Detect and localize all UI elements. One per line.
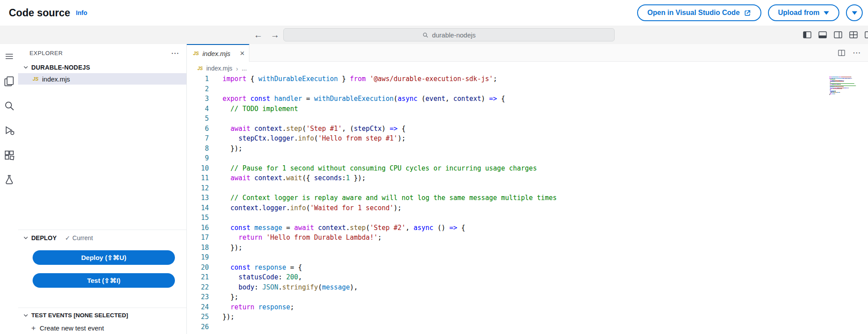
code-text: await context.step('Step #1', (stepCtx) … — [209, 125, 405, 135]
tab-label: index.mjs — [202, 50, 230, 57]
code-line[interactable]: 22 body: JSON.stringify(message), — [187, 283, 868, 293]
search-icon — [4, 100, 15, 111]
layout-toggle-group — [802, 26, 868, 44]
line-number: 23 — [187, 293, 209, 303]
upload-from-button[interactable]: Upload from — [768, 4, 839, 21]
create-test-event-button[interactable]: + Create new test event — [18, 324, 186, 332]
code-line[interactable]: 26 — [187, 323, 868, 333]
search-activity-button[interactable] — [3, 100, 15, 112]
line-number: 10 — [187, 164, 209, 174]
run-debug-activity-button[interactable] — [3, 124, 15, 137]
code-line[interactable]: 3export const handler = withDurableExecu… — [187, 95, 868, 105]
code-line[interactable]: 1import { withDurableExecution } from '@… — [187, 75, 868, 85]
code-text: return 'Hello from Durable Lambda!'; — [209, 234, 382, 244]
code-text: // Pause for 1 second without consuming … — [209, 164, 537, 174]
nav-arrows: ← → — [254, 26, 279, 44]
line-number: 24 — [187, 303, 209, 313]
code-text: // TODO implement — [209, 105, 298, 115]
more-header-actions-button[interactable] — [846, 4, 863, 21]
chevron-down-icon — [23, 66, 28, 69]
clipped-toolbar-icon[interactable] — [864, 30, 868, 40]
explorer-activity-button[interactable] — [3, 75, 15, 87]
line-number: 16 — [187, 224, 209, 234]
check-icon: ✓ — [65, 234, 70, 241]
code-line[interactable]: 20 const response = { — [187, 263, 868, 274]
tab-index-mjs[interactable]: JS index.mjs × — [187, 44, 249, 62]
code-line[interactable]: 4 // TODO implement — [187, 105, 868, 115]
deploy-section-header[interactable]: DEPLOY ✓ Current — [18, 230, 186, 241]
code-line[interactable]: 14 context.logger.info('Waited for 1 sec… — [187, 204, 868, 214]
code-editor: 1import { withDurableExecution } from '@… — [187, 75, 868, 334]
deploy-section: DEPLOY ✓ Current Deploy (⇧⌘U) Test (⇧⌘I) — [18, 230, 186, 288]
code-text: const message = await context.step('Step… — [209, 224, 465, 234]
lambda-test-icon — [4, 174, 15, 186]
extensions-activity-button[interactable] — [3, 149, 15, 161]
code-line[interactable]: 2 — [187, 85, 868, 95]
code-text: }); — [209, 244, 242, 254]
code-text: statusCode: 200, — [209, 273, 302, 283]
file-item-index-mjs[interactable]: JS index.mjs — [18, 73, 186, 85]
code-line[interactable]: 10 // Pause for 1 second without consumi… — [187, 164, 868, 174]
open-in-vscode-label: Open in Visual Studio Code — [647, 9, 740, 17]
editor-more-actions[interactable]: ⋯ — [853, 48, 861, 57]
code-lines: 1import { withDurableExecution } from '@… — [187, 75, 868, 333]
code-line[interactable]: 9 — [187, 154, 868, 164]
minimap[interactable] — [829, 77, 857, 96]
code-text — [209, 115, 223, 125]
customize-layout-icon[interactable] — [848, 30, 859, 40]
code-line[interactable]: 12 — [187, 184, 868, 194]
toggle-primary-sidebar-icon[interactable] — [802, 30, 812, 40]
forward-button[interactable]: → — [271, 30, 279, 40]
deploy-button[interactable]: Deploy (⇧⌘U) — [33, 250, 175, 265]
project-root-folder[interactable]: DURABLE-NODEJS — [18, 62, 186, 73]
code-line[interactable]: 25}); — [187, 313, 868, 323]
deploy-section-title: DEPLOY — [31, 234, 57, 241]
code-text — [209, 85, 223, 95]
toggle-panel-icon[interactable] — [817, 30, 828, 40]
code-text: return response; — [209, 303, 294, 313]
code-text — [209, 253, 223, 263]
back-button[interactable]: ← — [254, 30, 263, 40]
code-text: stepCtx.logger.info('Hello from step #1'… — [209, 134, 405, 145]
explorer-more-actions[interactable]: ⋯ — [171, 49, 179, 57]
code-text: }); — [209, 145, 242, 155]
code-line[interactable]: 16 const message = await context.step('S… — [187, 224, 868, 234]
code-line[interactable]: 6 await context.step('Step #1', (stepCtx… — [187, 125, 868, 135]
breadcrumb-file[interactable]: index.mjs — [206, 65, 232, 72]
explorer-panel: EXPLORER ⋯ DURABLE-NODEJS JS index.mjs D… — [18, 44, 187, 334]
split-editor-icon[interactable] — [837, 48, 846, 57]
code-line[interactable]: 13 // Context logger is replay aware and… — [187, 194, 868, 204]
code-line[interactable]: 8 }); — [187, 145, 868, 155]
breadcrumb-symbol[interactable]: ... — [241, 65, 247, 72]
code-line[interactable]: 18 }); — [187, 244, 868, 254]
info-link[interactable]: Info — [76, 9, 87, 16]
code-line[interactable]: 15 — [187, 214, 868, 224]
line-number: 15 — [187, 214, 209, 224]
editor-area: JS index.mjs × ⋯ JS index.mjs › ... 1i — [187, 44, 868, 334]
code-line[interactable]: 24 return response; — [187, 303, 868, 313]
files-icon — [3, 75, 15, 87]
line-number: 25 — [187, 313, 209, 323]
deploy-status-label: Current — [72, 234, 93, 241]
code-line[interactable]: 21 statusCode: 200, — [187, 273, 868, 283]
run-debug-icon — [4, 125, 15, 136]
menu-button[interactable] — [3, 50, 15, 63]
code-line[interactable]: 17 return 'Hello from Durable Lambda!'; — [187, 234, 868, 244]
test-button[interactable]: Test (⇧⌘I) — [33, 273, 175, 288]
file-name: index.mjs — [42, 75, 70, 83]
explorer-title: EXPLORER — [30, 50, 63, 56]
toggle-secondary-sidebar-icon[interactable] — [833, 30, 843, 40]
command-center-search[interactable]: durable-nodejs — [283, 28, 615, 41]
test-lambda-activity-button[interactable] — [3, 174, 15, 186]
code-line[interactable]: 5 — [187, 115, 868, 125]
page-title: Code source — [9, 7, 70, 19]
code-line[interactable]: 19 — [187, 253, 868, 263]
command-center-label: durable-nodejs — [432, 31, 475, 39]
close-tab-icon[interactable]: × — [240, 49, 245, 57]
code-line[interactable]: 7 stepCtx.logger.info('Hello from step #… — [187, 134, 868, 145]
open-in-vscode-button[interactable]: Open in Visual Studio Code — [637, 4, 761, 21]
code-text — [209, 184, 223, 194]
code-line[interactable]: 11 await context.wait({ seconds:1 }); — [187, 174, 868, 184]
code-line[interactable]: 23 }; — [187, 293, 868, 303]
test-events-header[interactable]: TEST EVENTS [NONE SELECTED] — [18, 312, 186, 319]
